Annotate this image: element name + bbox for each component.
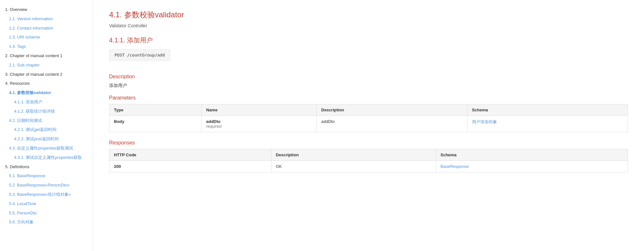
response-code: 200 [109,161,271,172]
nav-5[interactable]: 5. Definitions [0,162,93,172]
nav-4-2-2[interactable]: 4.2.2. 测试post返回时间 [0,134,93,144]
param-name: addDto required [202,116,317,132]
nav-4-3-1[interactable]: 4.3.1. 测试自定义属性properties获取 [0,153,93,162]
responses-heading: Responses [109,140,628,146]
sub-section-title: 4.1.1. 添加用户 [109,36,628,45]
nav-2[interactable]: 2. Chapter of manual content 1 [0,51,93,61]
param-schema[interactable]: 用户添加对象 [467,116,628,132]
nav-1-4[interactable]: 1.4. Tags [0,42,93,51]
nav-5-2[interactable]: 5.2. BaseResponse«PersonDto» [0,181,93,190]
response-description: OK [271,161,436,172]
col-name: Name [202,104,317,116]
param-description: addDto [317,116,468,132]
nav-4-1-1[interactable]: 4.1.1. 添加用户 [0,98,93,107]
nav-5-5[interactable]: 5.5. PersonDto [0,209,93,218]
schema-link[interactable]: 用户添加对象 [472,119,497,124]
code-block: POST /countGroup/add [109,49,170,61]
col-description: Description [271,149,436,161]
col-schema: Schema [436,149,628,161]
table-row: Body addDto required addDto 用户添加对象 [109,116,628,132]
col-http-code: HTTP Code [109,149,271,161]
col-description: Description [317,104,468,116]
table-row: 200 OK BaseResponse [109,161,628,172]
nav-4-1-2[interactable]: 4.1.2. 获取统计组详情 [0,107,93,116]
nav-5-3[interactable]: 5.3. BaseResponse«统计组对象» [0,190,93,199]
parameters-heading: Parameters [109,95,628,101]
main-content: 4.1. 参数校验validator Validator Controller … [93,0,644,251]
sidebar: 1. Overview1.1. Version information1.2. … [0,0,93,251]
controller-label: Validator Controller [109,23,628,28]
nav-1-1[interactable]: 1.1. Version information [0,14,93,24]
nav-4-3[interactable]: 4.3. 自定义属性properties获取测试 [0,144,93,153]
nav-3[interactable]: 3. Chapter of manual content 2 [0,70,93,79]
col-schema: Schema [467,104,628,116]
nav-4-1[interactable]: 4.1. 参数校验validator [0,88,93,98]
nav-4[interactable]: 4. Resources [0,79,93,88]
param-type: Body [109,116,202,132]
nav-4-2[interactable]: 4.2. 日期时间测试 [0,116,93,125]
description-heading: Description [109,74,628,80]
responses-table: HTTP Code Description Schema 200 OK Base… [109,149,628,172]
nav-1-2[interactable]: 1.2. Contact information [0,24,93,33]
nav-1[interactable]: 1. Overview [0,5,93,14]
section-title: 4.1. 参数校验validator [109,10,628,20]
nav-5-6[interactable]: 5.6. 方向对象 [0,218,93,227]
nav-4-2-1[interactable]: 4.2.1. 测试get返回时间 [0,125,93,134]
parameters-table: Type Name Description Schema Body addDto… [109,104,628,132]
param-required: required [206,124,312,129]
nav-1-3[interactable]: 1.3. URI scheme [0,33,93,42]
schema-link[interactable]: BaseResponse [441,164,469,169]
response-schema[interactable]: BaseResponse [436,161,628,172]
nav-5-1[interactable]: 5.1. BaseResponse [0,171,93,181]
col-type: Type [109,104,202,116]
nav-5-4[interactable]: 5.4. LocalTime [0,199,93,209]
nav-2-1[interactable]: 2.1. Sub chapter [0,61,93,70]
description-text: 添加用户 [109,83,628,89]
